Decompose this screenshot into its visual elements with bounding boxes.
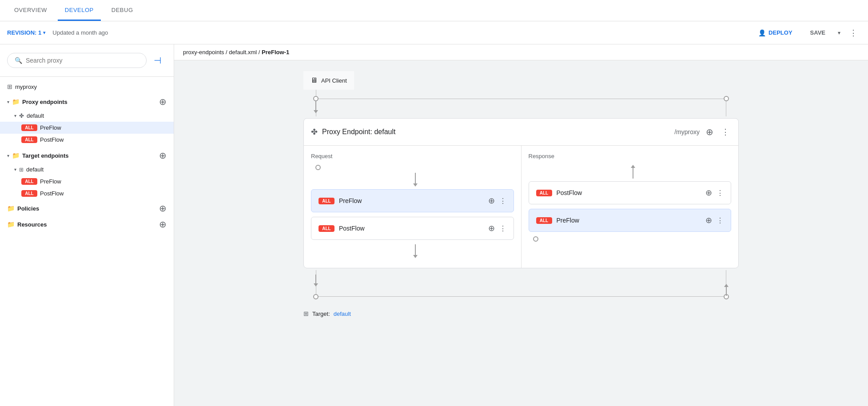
sidebar-item-default-proxy[interactable]: ▾ ✤ default xyxy=(0,110,174,122)
proxy-endpoint-header: ✤ Proxy Endpoint: default /myproxy ⊕ ⋮ xyxy=(304,119,738,146)
req-arrow-down xyxy=(317,173,514,187)
request-preflow-more-button[interactable]: ⋮ xyxy=(499,197,506,205)
sidebar-item-myproxy[interactable]: ⊞ myproxy xyxy=(0,80,174,93)
req-arrow-down-bottom xyxy=(317,244,514,258)
response-postflow-more-button[interactable]: ⋮ xyxy=(717,189,724,197)
chevron-down-icon-default-target: ▾ xyxy=(14,167,16,172)
request-postflow-label: PostFlow xyxy=(339,225,484,232)
resources-header[interactable]: 📁 Resources ⊕ xyxy=(0,216,174,232)
sidebar-item-default-target[interactable]: ▾ ⊞ default xyxy=(0,163,174,175)
request-preflow-add-button[interactable]: ⊕ xyxy=(488,196,495,206)
response-preflow-item[interactable]: ALL PreFlow ⊕ ⋮ xyxy=(529,209,732,232)
response-preflow-more-button[interactable]: ⋮ xyxy=(717,216,724,225)
folder-icon-policies: 📁 xyxy=(7,205,15,212)
postflow-badge-proxy: ALL xyxy=(21,136,37,143)
response-preflow-add-button[interactable]: ⊕ xyxy=(705,215,712,225)
response-postflow-label: PostFlow xyxy=(557,189,701,196)
search-input[interactable] xyxy=(26,57,139,64)
myproxy-label: myproxy xyxy=(15,84,37,90)
cross-arrows-icon: ✤ xyxy=(19,112,24,119)
search-icon: 🔍 xyxy=(15,57,22,64)
target-endpoints-header[interactable]: ▾ 📁 Target endpoints ⊕ xyxy=(0,147,174,163)
sidebar-item-postflow-target[interactable]: ALL PostFlow xyxy=(0,187,174,199)
request-section: Request ALL PreFlow ⊕ xyxy=(304,146,522,268)
postflow-target-label: PostFlow xyxy=(40,190,167,197)
policies-title: Policies xyxy=(17,205,156,212)
preflow-target-label: PreFlow xyxy=(40,178,167,185)
resources-title: Resources xyxy=(17,221,156,228)
arrow-down-bot xyxy=(314,275,318,287)
request-postflow-more-button[interactable]: ⋮ xyxy=(499,224,506,233)
folder-icon-resources: 📁 xyxy=(7,221,15,228)
sidebar: 🔍 ⊣ ⊞ myproxy ▾ 📁 Proxy endpoints ⊕ xyxy=(0,44,174,406)
save-button[interactable]: SAVE xyxy=(803,26,832,40)
policies-header[interactable]: 📁 Policies ⊕ xyxy=(0,200,174,216)
postflow-badge-target: ALL xyxy=(21,190,37,197)
proxy-endpoint-add-button[interactable]: ⊕ xyxy=(704,125,715,139)
sidebar-item-preflow-target[interactable]: ALL PreFlow xyxy=(0,175,174,187)
request-postflow-item[interactable]: ALL PostFlow ⊕ ⋮ xyxy=(311,217,514,240)
response-postflow-add-button[interactable]: ⊕ xyxy=(705,188,712,198)
default-proxy-label: default xyxy=(27,112,167,119)
vert-line-right xyxy=(726,99,726,116)
add-proxy-endpoint-button[interactable]: ⊕ xyxy=(159,96,167,107)
add-policy-button[interactable]: ⊕ xyxy=(159,203,167,214)
grid-icon-target: ⊞ xyxy=(19,167,24,173)
target-section: ⊞ Target: default xyxy=(303,306,739,317)
preflow-badge-target: ALL xyxy=(21,178,37,185)
proxy-endpoint-more-button[interactable]: ⋮ xyxy=(720,125,731,139)
horiz-line-bottom xyxy=(316,296,726,297)
add-target-endpoint-button[interactable]: ⊕ xyxy=(159,150,167,161)
res-arrow-up-top xyxy=(535,165,732,179)
breadcrumb-path: proxy-endpoints / default.xml / xyxy=(183,49,262,56)
proxy-endpoint-box: ✤ Proxy Endpoint: default /myproxy ⊕ ⋮ R… xyxy=(303,118,739,268)
request-preflow-label: PreFlow xyxy=(339,197,484,204)
tab-debug[interactable]: DEBUG xyxy=(104,0,140,21)
add-resource-button[interactable]: ⊕ xyxy=(159,219,167,230)
top-connector-inner xyxy=(303,90,739,116)
target-label: Target: xyxy=(312,310,330,317)
chevron-down-icon-default: ▾ xyxy=(14,113,16,118)
top-connector xyxy=(303,90,739,116)
tab-develop[interactable]: DEVELOP xyxy=(58,0,101,21)
sidebar-section-target-endpoints: ▾ 📁 Target endpoints ⊕ ▾ ⊞ default ALL P… xyxy=(0,147,174,200)
save-dropdown-button[interactable]: ▾ xyxy=(836,26,842,40)
preflow-proxy-label: PreFlow xyxy=(40,124,167,131)
top-navigation: OVERVIEW DEVELOP DEBUG xyxy=(0,0,868,21)
request-postflow-badge: ALL xyxy=(319,225,334,232)
folder-icon-proxy: 📁 xyxy=(12,98,20,105)
response-postflow-item[interactable]: ALL PostFlow ⊕ ⋮ xyxy=(529,181,732,204)
tab-overview[interactable]: OVERVIEW xyxy=(7,0,54,21)
monitor-icon: 🖥 xyxy=(311,76,318,84)
response-label: Response xyxy=(529,153,732,159)
revision-badge[interactable]: REVISION: 1 ▾ xyxy=(7,29,45,36)
proxy-endpoints-header[interactable]: ▾ 📁 Proxy endpoints ⊕ xyxy=(0,94,174,110)
req-res-container: Request ALL PreFlow ⊕ xyxy=(304,146,738,268)
target-link[interactable]: default xyxy=(334,310,351,317)
main-layout: 🔍 ⊣ ⊞ myproxy ▾ 📁 Proxy endpoints ⊕ xyxy=(0,44,868,406)
request-preflow-badge: ALL xyxy=(319,198,334,204)
deploy-button[interactable]: 👤 DEPLOY xyxy=(751,26,799,40)
toolbar-timestamp: Updated a month ago xyxy=(52,29,108,36)
breadcrumb: proxy-endpoints / default.xml / PreFlow-… xyxy=(174,44,868,60)
request-label: Request xyxy=(311,153,514,159)
sidebar-content: ⊞ myproxy ▾ 📁 Proxy endpoints ⊕ ▾ ✤ defa… xyxy=(0,77,174,236)
circle-right-top xyxy=(724,96,729,101)
sidebar-item-preflow-proxy[interactable]: ALL PreFlow xyxy=(0,122,174,134)
request-preflow-item[interactable]: ALL PreFlow ⊕ ⋮ xyxy=(311,189,514,212)
toolbar-more-button[interactable]: ⋮ xyxy=(846,24,861,41)
arrow-up-bot xyxy=(724,284,729,296)
proxy-endpoints-title: Proxy endpoints xyxy=(22,99,156,105)
horiz-line-top xyxy=(316,99,726,99)
search-box: 🔍 ⊣ xyxy=(0,44,174,77)
revision-chevron-icon: ▾ xyxy=(43,30,45,35)
request-postflow-add-button[interactable]: ⊕ xyxy=(488,223,495,233)
postflow-proxy-label: PostFlow xyxy=(40,136,167,143)
search-input-wrap: 🔍 xyxy=(7,53,147,68)
sidebar-item-postflow-proxy[interactable]: ALL PostFlow xyxy=(0,134,174,146)
folder-icon-target: 📁 xyxy=(12,152,20,159)
proxy-endpoint-title: Proxy Endpoint: default xyxy=(322,128,666,136)
toolbar: REVISION: 1 ▾ Updated a month ago 👤 DEPL… xyxy=(0,21,868,44)
collapse-sidebar-icon[interactable]: ⊣ xyxy=(150,52,165,69)
target-endpoints-title: Target endpoints xyxy=(22,152,156,159)
